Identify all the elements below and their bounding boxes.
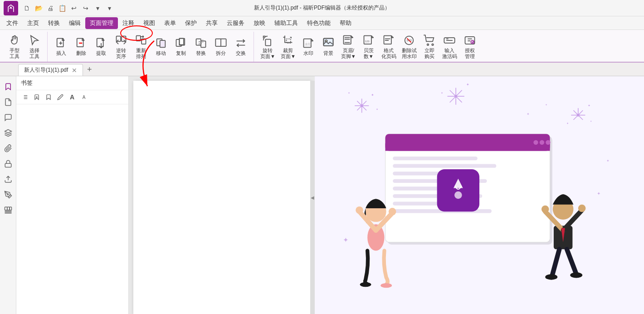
menu-item-special[interactable]: 特色功能 [302, 17, 335, 29]
title-bar: 🗋 📂 🖨 📋 ↩ ↪ ▾ ▾ 新人引导(1)(1).pdf - 福昕PDF编辑… [0, 0, 644, 16]
svg-point-115 [389, 208, 396, 216]
background-button[interactable]: 背景 [318, 34, 338, 60]
panel-font-large-icon[interactable]: A [67, 92, 77, 102]
reverse-icon [115, 34, 127, 47]
buynow-icon [423, 34, 436, 47]
svg-point-122 [542, 206, 549, 213]
sidebar-security-icon[interactable] [1, 157, 15, 171]
menu-item-share[interactable]: 共享 [201, 17, 222, 29]
sidebar-attachments-icon[interactable] [1, 142, 15, 155]
pagefooter-label: 页眉/页脚▼ [341, 48, 356, 59]
svg-text:✦: ✦ [588, 103, 590, 108]
panel-edit-icon[interactable] [55, 92, 65, 102]
menu-item-form[interactable]: 表单 [160, 17, 181, 29]
svg-text:水印: 水印 [305, 43, 311, 46]
exchange-button[interactable]: 交换 [231, 34, 251, 60]
svg-rect-6 [137, 35, 141, 41]
move-label: 移动 [156, 50, 166, 56]
svg-text:✦: ✦ [545, 103, 547, 106]
reverse-button[interactable]: 逆转页序 [111, 34, 131, 60]
sidebar-sign-icon[interactable] [1, 188, 15, 201]
svg-text:123: 123 [365, 39, 370, 42]
svg-rect-108 [437, 169, 479, 211]
menu-item-play[interactable]: 放映 [249, 17, 270, 29]
pagefooter-button[interactable]: 页眉/页脚▼ [338, 34, 359, 60]
redo-icon[interactable]: ↪ [81, 3, 91, 13]
window-title: 新人引导(1)(1).pdf - 福昕PDF编辑器（未经授权的产品） [254, 4, 390, 12]
background-icon [322, 37, 335, 49]
watermark-button[interactable]: 水印 水印 [298, 34, 318, 60]
svg-text:✦: ✦ [527, 112, 530, 116]
svg-rect-45 [7, 207, 9, 210]
rotate-icon [261, 34, 274, 47]
customize-icon[interactable]: ▾ [104, 3, 114, 13]
tab-close-button[interactable]: ✕ [72, 67, 77, 74]
license-label: 授权管理 [465, 48, 475, 59]
hand-tool-button[interactable]: 手型工具 [5, 34, 24, 60]
svg-rect-4 [117, 36, 121, 41]
panel-add-icon[interactable] [32, 92, 42, 102]
undo-icon[interactable]: ↩ [69, 3, 79, 13]
sidebar-layers-icon[interactable] [1, 126, 15, 140]
input-icon [443, 34, 456, 47]
collapse-panel-button[interactable]: ◀ [310, 81, 315, 314]
ribbon-group-pages: 插入 删除 [49, 32, 254, 62]
svg-point-123 [578, 205, 586, 212]
menu-item-file[interactable]: 文件 [2, 17, 23, 29]
svg-rect-12 [196, 39, 201, 45]
sidebar-comments-icon[interactable] [1, 111, 15, 124]
rotate-button[interactable]: 旋转页面▼ [258, 34, 278, 60]
menu-item-convert[interactable]: 转换 [44, 17, 64, 29]
exchange-label: 交换 [236, 50, 246, 56]
svg-text:✦: ✦ [348, 91, 350, 94]
buynow-button[interactable]: 立即购买 [420, 34, 439, 60]
format-button[interactable]: 格式化页码 [379, 34, 399, 60]
panel-bookmark-icon[interactable] [44, 92, 54, 102]
license-button[interactable]: 授权管理 [460, 34, 480, 60]
menu-item-annotate[interactable]: 注释 [118, 17, 139, 29]
menu-item-protect[interactable]: 保护 [181, 17, 201, 29]
open-icon[interactable]: 📂 [34, 3, 44, 13]
menu-item-help[interactable]: 帮助 [335, 17, 356, 29]
menu-item-cloud[interactable]: 云服务 [222, 17, 249, 29]
add-tab-button[interactable]: + [84, 64, 95, 75]
pdf-tab[interactable]: 新人引导(1)(1).pdf ✕ [18, 64, 83, 76]
bates-button[interactable]: 123 贝茨数▼ [359, 34, 379, 60]
delete-button[interactable]: 删除 [71, 34, 91, 60]
reorder-button[interactable]: 重新排列 [131, 34, 151, 60]
panel-font-small-icon[interactable]: A [79, 92, 89, 102]
crop-button[interactable]: 裁剪页面▼ [278, 34, 298, 60]
sidebar-bookmark-icon[interactable] [1, 80, 15, 93]
menu-item-view[interactable]: 视图 [139, 17, 160, 29]
panel-list-icon[interactable] [20, 92, 30, 102]
ribbon-group-view: 旋转页面▼ 裁剪页面▼ 水印 [255, 32, 483, 62]
export-icon[interactable]: 📋 [57, 3, 67, 13]
menu-item-tools[interactable]: 辅助工具 [270, 17, 302, 29]
insert-button[interactable]: 插入 [51, 34, 71, 60]
more-icon[interactable]: ▾ [93, 3, 102, 13]
input-button[interactable]: 输入激活码 [439, 34, 460, 60]
menu-item-home[interactable]: 主页 [23, 17, 44, 29]
svg-rect-41 [5, 163, 11, 167]
svg-text:✦: ✦ [376, 108, 378, 111]
new-icon[interactable]: 🗋 [22, 3, 32, 13]
menu-item-edit[interactable]: 编辑 [64, 17, 85, 29]
print-icon[interactable]: 🖨 [45, 3, 55, 13]
sidebar-pages2-icon[interactable] [1, 203, 15, 217]
replace-button[interactable]: 替换 [191, 34, 211, 60]
input-label: 输入激活码 [442, 48, 457, 59]
menu-item-pagemanage[interactable]: 页面管理 [85, 17, 118, 29]
svg-point-99 [546, 140, 550, 145]
select-tool-button[interactable]: 选择工具 [24, 34, 44, 60]
sidebar-pages-icon[interactable] [1, 95, 15, 109]
hand-icon [8, 34, 21, 47]
pagefooter-icon [342, 34, 355, 47]
move-button[interactable]: 移动 [151, 34, 171, 60]
deletewater-button[interactable]: 水印 删除试用水印 [399, 34, 420, 60]
extract-button[interactable]: 提取 [91, 34, 111, 60]
copy-button[interactable]: 复制 [171, 34, 191, 60]
sidebar-export-icon[interactable] [1, 172, 15, 186]
split-button[interactable]: 拆分 [211, 34, 231, 60]
svg-point-98 [540, 140, 544, 145]
svg-text:✦: ✦ [343, 236, 349, 244]
